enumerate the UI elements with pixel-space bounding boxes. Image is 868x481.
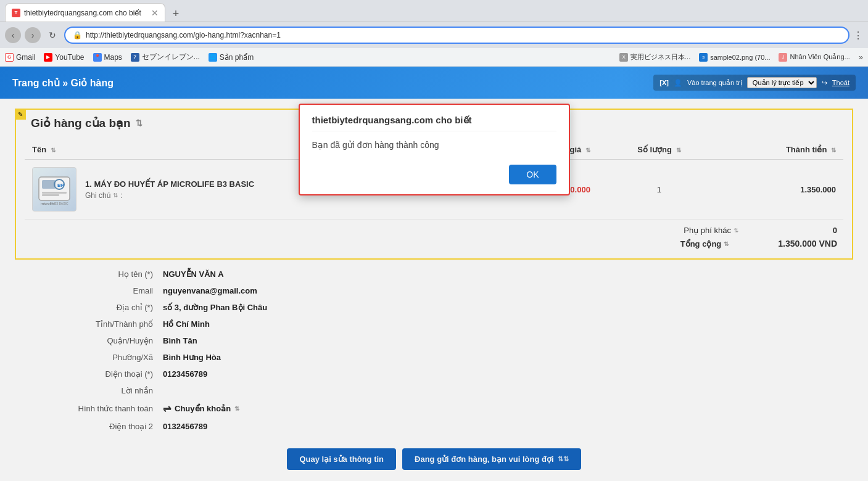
- admin-login-label: Vào trang quản trị: [687, 79, 742, 87]
- extra-bm2-label: sample02.png (70...: [710, 54, 770, 61]
- seven-icon: 7: [131, 53, 139, 62]
- maps-label: Maps: [104, 53, 122, 62]
- maps-icon: 📍: [93, 53, 102, 62]
- bookmark-youtube[interactable]: ▶ YouTube: [44, 53, 84, 62]
- new-tab-button[interactable]: +: [168, 6, 184, 22]
- admin-bar: [X] 👤 Vào trang quản trị Quản lý trực ti…: [653, 75, 856, 91]
- extra-bookmark-3[interactable]: J Nhân Viên Quảng...: [779, 53, 849, 62]
- arrow-icon: ↪: [822, 79, 827, 87]
- nav-reload[interactable]: ↻: [44, 27, 60, 43]
- extra-bm2-icon: s: [699, 53, 708, 62]
- alert-overlay: thietbiytedrquangsang.com cho biết Bạn đ…: [0, 99, 868, 481]
- url-text: http://thietbiytedrquangsang.com/gio-han…: [86, 31, 281, 39]
- tab-title: thietbiytedrquangsang.com cho biết: [24, 9, 147, 17]
- extra-bm3-label: Nhân Viên Quảng...: [790, 53, 849, 61]
- breadcrumb: Trang chủ » Giỏ hàng: [12, 77, 114, 89]
- alert-title: thietbiytedrquangsang.com cho biết: [312, 115, 556, 131]
- bookmark-sanpham[interactable]: 🌐 Sản phẩm: [209, 53, 254, 62]
- gmail-label: Gmail: [16, 53, 35, 62]
- nav-back[interactable]: ‹: [5, 27, 21, 43]
- sanpham-icon: 🌐: [209, 53, 217, 62]
- extra-bookmark-2[interactable]: s sample02.png (70...: [699, 53, 770, 62]
- admin-marker: [X]: [659, 79, 669, 86]
- more-bookmarks[interactable]: »: [859, 52, 863, 62]
- alert-message: Bạn đã gửi đơn hàng thành công: [312, 138, 556, 152]
- bookmarks-bar: G Gmail ▶ YouTube 📍 Maps 7 セブンイレブン... 🌐 …: [0, 48, 868, 67]
- bookmark-seven[interactable]: 7 セブンイレブン...: [131, 52, 200, 62]
- admin-login-icon: 👤: [674, 79, 682, 87]
- youtube-icon: ▶: [44, 53, 52, 62]
- active-tab[interactable]: T thietbiytedrquangsang.com cho biết ✕: [5, 3, 165, 22]
- address-bar[interactable]: 🔒 http://thietbiytedrquangsang.com/gio-h…: [64, 27, 849, 44]
- extra-bm1-icon: X: [619, 53, 628, 62]
- youtube-label: YouTube: [55, 53, 84, 62]
- page-wrapper: thietbiytedrquangsang.com cho biết Bạn đ…: [0, 99, 868, 481]
- nav-forward[interactable]: ›: [25, 27, 41, 43]
- alert-ok-button[interactable]: OK: [509, 165, 556, 184]
- lock-icon: 🔒: [73, 31, 82, 39]
- admin-logout-label[interactable]: Thoát: [832, 79, 849, 86]
- sanpham-label: Sản phẩm: [220, 53, 254, 62]
- tab-favicon: T: [12, 9, 20, 17]
- admin-dropdown[interactable]: Quản lý trực tiếp: [747, 77, 817, 88]
- extra-bm1-label: 実用ビジネス日本...: [630, 52, 690, 62]
- extra-bookmark-1[interactable]: X 実用ビジネス日本...: [619, 52, 690, 62]
- bookmark-maps[interactable]: 📍 Maps: [93, 53, 122, 62]
- gmail-icon: G: [5, 53, 14, 62]
- browser-tabs-bar: T thietbiytedrquangsang.com cho biết ✕ +: [0, 0, 868, 22]
- address-bar-row: ‹ › ↻ 🔒 http://thietbiytedrquangsang.com…: [0, 22, 868, 48]
- alert-dialog: thietbiytedrquangsang.com cho biết Bạn đ…: [299, 104, 570, 195]
- tab-close-icon[interactable]: ✕: [151, 8, 159, 18]
- site-header: Trang chủ » Giỏ hàng [X] 👤 Vào trang quả…: [0, 67, 868, 99]
- seven-label: セブンイレブン...: [142, 52, 200, 62]
- browser-menu-icon[interactable]: ⋮: [853, 30, 863, 41]
- extra-bm3-icon: J: [779, 53, 787, 62]
- bookmark-gmail[interactable]: G Gmail: [5, 53, 35, 62]
